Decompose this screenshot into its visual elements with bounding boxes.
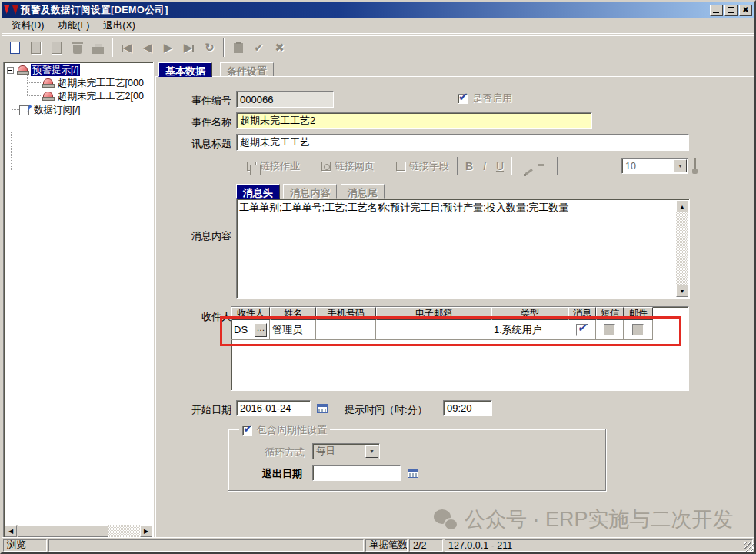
- recipient-email-cell[interactable]: [376, 320, 491, 340]
- scroll-right-icon: ▶: [144, 528, 148, 535]
- main-toolbar: ◀ ◀ ▶ ▶ ↻ ✔ ✖: [2, 35, 754, 60]
- tab-condition-settings[interactable]: 条件设置: [220, 62, 274, 77]
- tree-node-subscription[interactable]: 数据订阅[/]: [19, 104, 150, 116]
- col-header-recipient[interactable]: 收件人: [231, 307, 270, 320]
- start-date-calendar-button[interactable]: [314, 401, 330, 416]
- tree-node-label[interactable]: 超期未完工工艺2[00: [56, 90, 145, 102]
- chevron-down-icon[interactable]: ▼: [674, 159, 687, 172]
- preview-icon: [31, 42, 41, 54]
- cancel-button[interactable]: ✖: [269, 38, 290, 58]
- toolbar-separator: [457, 157, 458, 175]
- refresh-button[interactable]: ↻: [199, 38, 220, 58]
- enabled-checkbox[interactable]: ✔: [458, 94, 468, 104]
- bold-button[interactable]: B: [461, 160, 477, 172]
- first-record-button[interactable]: ◀: [116, 38, 137, 58]
- tab-message-body[interactable]: 消息内容: [283, 184, 337, 199]
- title-bar[interactable]: 预警及数据订阅设置[DEMO公司] ✖: [2, 2, 754, 18]
- wechat-icon: [434, 509, 457, 529]
- message-content-textarea[interactable]: 工单单别;工单单号;工艺;工艺名称;预计完工日;预计产量;投入数量;完工数量 ▲…: [236, 199, 690, 299]
- calendar-icon: [317, 404, 328, 413]
- message-flag-cell[interactable]: ✔: [568, 320, 596, 340]
- exit-date-calendar-button[interactable]: [405, 466, 421, 480]
- font-size-combo[interactable]: 10 ▼: [621, 158, 688, 174]
- next-record-button[interactable]: ▶: [158, 38, 178, 58]
- tree-node-label[interactable]: 预警提示[/]: [31, 64, 80, 76]
- tree-node-overdue-1[interactable]: 超期未完工工艺[000: [42, 77, 155, 89]
- col-header-email[interactable]: 电子邮箱: [376, 307, 491, 320]
- recipient-row[interactable]: DS… 管理员 1.系统用户 ✔: [231, 320, 688, 340]
- tab-message-tail[interactable]: 消息尾: [341, 184, 385, 199]
- col-header-sms[interactable]: 短信: [596, 307, 624, 320]
- tree-node-alert-root[interactable]: 预警提示[/]: [7, 64, 152, 76]
- resize-grip[interactable]: [744, 542, 754, 552]
- col-header-message[interactable]: 消息: [568, 307, 596, 320]
- time-field[interactable]: [443, 400, 492, 416]
- underline-button[interactable]: U: [492, 160, 508, 172]
- scrollbar-track[interactable]: [108, 525, 140, 537]
- tree-horizontal-scrollbar[interactable]: ◀ ▶: [5, 525, 152, 537]
- col-header-mail[interactable]: 邮件: [624, 307, 653, 320]
- collapse-icon[interactable]: [7, 67, 14, 74]
- tab-basic-data[interactable]: 基本数据: [158, 62, 212, 77]
- scroll-up-button[interactable]: ▲: [676, 200, 688, 212]
- scroll-down-button[interactable]: ▼: [676, 285, 688, 297]
- exit-date-field[interactable]: [312, 465, 401, 481]
- check-icon: ✔: [578, 321, 588, 335]
- tree-node-label[interactable]: 数据订阅[/]: [32, 104, 82, 116]
- message-title-field[interactable]: [236, 134, 689, 151]
- lookup-ellipsis-button[interactable]: …: [255, 323, 267, 337]
- event-name-field[interactable]: [236, 112, 592, 129]
- link-field-icon: [396, 162, 405, 171]
- periodic-checkbox[interactable]: ✔: [242, 426, 252, 436]
- start-date-field[interactable]: [236, 400, 311, 416]
- maximize-button[interactable]: [724, 5, 738, 16]
- scroll-right-button[interactable]: ▶: [140, 525, 152, 537]
- chevron-down-icon[interactable]: ▼: [365, 445, 378, 458]
- message-tabs: 消息头 消息内容 消息尾: [236, 184, 385, 199]
- link-job-button[interactable]: 链接作业: [242, 158, 305, 175]
- recipient-type-cell[interactable]: 1.系统用户: [491, 320, 568, 340]
- col-header-type[interactable]: 类型: [491, 307, 568, 320]
- scrollbar-thumb[interactable]: [18, 525, 108, 537]
- font-size-value: 10: [622, 161, 674, 172]
- sms-checkbox[interactable]: [604, 324, 615, 335]
- menu-exit[interactable]: 退出(X): [96, 18, 142, 34]
- col-header-name[interactable]: 姓名: [270, 307, 316, 320]
- delete-button[interactable]: [67, 38, 88, 58]
- confirm-button[interactable]: ✔: [248, 38, 269, 58]
- recipient-code-cell[interactable]: DS…: [231, 320, 270, 340]
- cancel-icon: ✖: [275, 41, 285, 55]
- window-title: 预警及数据订阅设置[DEMO公司]: [21, 4, 168, 17]
- menu-data[interactable]: 资料(D): [5, 18, 51, 34]
- tab-message-head[interactable]: 消息头: [236, 184, 280, 199]
- tree-node-label[interactable]: 超期未完工工艺[000: [56, 77, 145, 89]
- first-record-icon: ◀: [122, 41, 132, 55]
- last-record-button[interactable]: ▶: [178, 38, 199, 58]
- event-no-label: 事件编号: [156, 94, 231, 108]
- new-button[interactable]: [5, 38, 25, 58]
- tree-node-overdue-2[interactable]: 超期未完工工艺2[00: [42, 90, 155, 102]
- copy-button[interactable]: [228, 38, 248, 58]
- event-no-field[interactable]: [236, 91, 334, 108]
- mail-checkbox[interactable]: [632, 324, 644, 335]
- scroll-left-button[interactable]: ◀: [5, 525, 17, 537]
- italic-button[interactable]: I: [477, 160, 492, 172]
- print-button[interactable]: [88, 38, 108, 58]
- mail-flag-cell[interactable]: [624, 320, 653, 340]
- close-button[interactable]: ✖: [739, 5, 752, 16]
- message-checkbox[interactable]: ✔: [576, 324, 588, 336]
- link-webpage-button[interactable]: 链接网页: [317, 158, 379, 175]
- link-field-button[interactable]: 链接字段: [391, 158, 454, 175]
- add-template-button[interactable]: [694, 159, 696, 172]
- recipient-phone-cell[interactable]: [316, 320, 376, 340]
- preview-button[interactable]: [25, 38, 46, 58]
- minimize-button[interactable]: [710, 5, 723, 16]
- content-vertical-scrollbar[interactable]: ▲ ▼: [676, 200, 688, 297]
- edit-button[interactable]: [46, 38, 67, 58]
- menu-function[interactable]: 功能(F): [51, 18, 96, 34]
- prev-record-button[interactable]: ◀: [137, 38, 158, 58]
- sms-flag-cell[interactable]: [596, 320, 624, 340]
- col-header-phone[interactable]: 手机号码: [316, 307, 376, 320]
- cycle-combo[interactable]: 每日 ▼: [312, 443, 380, 459]
- recipient-name-cell[interactable]: 管理员: [270, 320, 316, 340]
